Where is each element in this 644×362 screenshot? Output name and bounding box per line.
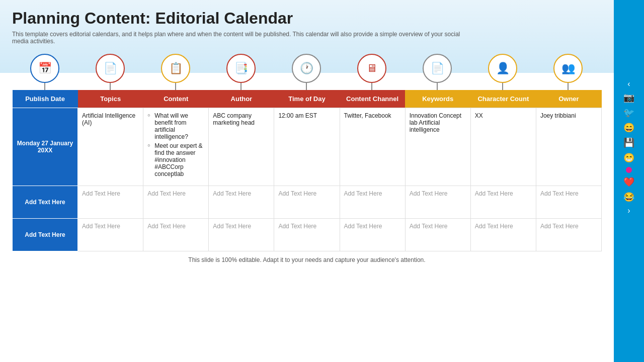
table-row: Add Text Here Add Text Here Add Text Her…: [13, 186, 602, 219]
icon-cell-topics: 📄: [77, 54, 143, 90]
calendar-section: 📅 📄 📋 📑 🕐: [12, 54, 602, 251]
editorial-calendar-table: Publish Date Topics Content Author Time …: [12, 90, 602, 251]
icon-stem: [306, 83, 307, 90]
page-subtitle: This template covers editorial calendars…: [12, 31, 465, 45]
cell-author-3: Add Text Here: [209, 219, 274, 251]
sidebar-instagram-icon: 📷: [623, 92, 634, 103]
sidebar-twitter-icon: 🐦: [623, 107, 634, 118]
sidebar-dot-pink: [626, 167, 632, 173]
sidebar-chevron-right: ›: [627, 206, 630, 215]
cell-content-2: Add Text Here: [143, 186, 209, 219]
cell-author-2: Add Text Here: [209, 186, 274, 219]
sidebar-smile-icon: 😁: [623, 152, 634, 163]
header-keywords: Keywords: [405, 90, 470, 108]
monitor-icon: 🖥: [357, 54, 386, 83]
header-owner: Owner: [536, 90, 601, 108]
cell-publish-date-3: Add Text Here: [13, 219, 78, 251]
person-icon: 👤: [488, 54, 517, 83]
cell-topics-1: Artificial Intelligence (AI): [78, 108, 143, 186]
cell-keywords-1: Innovation Concept lab Artificial intell…: [405, 108, 470, 186]
cell-time-3: Add Text Here: [274, 219, 340, 251]
cell-topics-2: Add Text Here: [78, 186, 143, 219]
page-title: Planning Content: Editorial Calendar: [12, 9, 602, 28]
icon-cell-content: 📋: [143, 54, 208, 90]
sidebar-laugh-icon: 😂: [623, 192, 634, 203]
cell-content-1: What will we benefit from artificial int…: [143, 108, 209, 186]
calendar-icon: 📅: [30, 54, 59, 83]
clipboard-icon: 📋: [161, 54, 190, 83]
doc-icon: 📑: [226, 54, 256, 83]
cell-charcount-1: XX: [470, 108, 536, 186]
footer-text: This slide is 100% editable. Adapt it to…: [12, 256, 602, 263]
cell-owner-2: Add Text Here: [536, 186, 601, 219]
header-charcount: Character Count: [470, 90, 536, 108]
icon-stem: [437, 83, 438, 90]
cell-publish-date-2: Add Text Here: [13, 186, 78, 219]
cell-keywords-2: Add Text Here: [405, 186, 470, 219]
cell-channel-3: Add Text Here: [340, 219, 405, 251]
header-content: Content: [143, 90, 209, 108]
sidebar-chevron-left: ‹: [627, 79, 630, 88]
content-item-2: Meet our expert & find the answer #innov…: [147, 142, 204, 177]
group-icon: 👥: [553, 54, 583, 83]
icon-stem: [568, 83, 569, 90]
icon-stem: [110, 83, 111, 90]
content-item-1: What will we benefit from artificial int…: [147, 112, 204, 140]
main-content: Planning Content: Editorial Calendar Thi…: [0, 0, 614, 268]
icon-cell-time: 🕐: [274, 54, 339, 90]
icon-stem: [502, 83, 503, 90]
header-channel: Content Channel: [340, 90, 405, 108]
sidebar-heart-icon: ❤️: [623, 176, 634, 188]
list-icon: 📄: [423, 54, 452, 83]
top-bar-accent: [614, 0, 644, 73]
cell-charcount-3: Add Text Here: [470, 219, 536, 251]
icon-cell-publish-date: 📅: [12, 54, 77, 90]
cell-channel-1: Twitter, Facebook: [340, 108, 405, 186]
icon-cell-charcount: 👤: [470, 54, 535, 90]
clock-icon: 🕐: [292, 54, 321, 83]
cell-charcount-2: Add Text Here: [470, 186, 536, 219]
cell-publish-date-1: Monday 27 January 20XX: [13, 108, 78, 186]
cell-owner-3: Add Text Here: [536, 219, 601, 251]
icon-cell-channel: 🖥: [339, 54, 405, 90]
icon-cell-keywords: 📄: [405, 54, 470, 90]
right-sidebar: ‹ 📷 🐦 😄 💾 😁 ❤️ 😂 ›: [614, 73, 644, 362]
icon-cell-owner: 👥: [535, 54, 601, 90]
sidebar-save-icon: 💾: [623, 137, 634, 148]
icon-stem: [44, 83, 45, 90]
header-publish-date: Publish Date: [13, 90, 78, 108]
header-author: Author: [209, 90, 274, 108]
cell-owner-1: Joey tribbiani: [536, 108, 601, 186]
icon-stem: [175, 83, 176, 90]
icon-stem: [371, 83, 372, 90]
cell-keywords-3: Add Text Here: [405, 219, 470, 251]
table-row: Add Text Here Add Text Here Add Text Her…: [13, 219, 602, 251]
cell-channel-2: Add Text Here: [340, 186, 405, 219]
icon-stem: [240, 83, 242, 90]
cell-time-2: Add Text Here: [274, 186, 340, 219]
header-topics: Topics: [78, 90, 143, 108]
cell-content-3: Add Text Here: [143, 219, 209, 251]
cell-author-1: ABC company marketing head: [209, 108, 274, 186]
sidebar-happy-icon: 😄: [623, 122, 634, 133]
header-time: Time of Day: [274, 90, 340, 108]
document-icon: 📄: [96, 54, 125, 83]
cell-topics-3: Add Text Here: [78, 219, 143, 251]
cell-time-1: 12:00 am EST: [274, 108, 340, 186]
icon-cell-author: 📑: [208, 54, 274, 90]
icon-row: 📅 📄 📋 📑 🕐: [12, 54, 602, 90]
table-row: Monday 27 January 20XX Artificial Intell…: [13, 108, 602, 186]
